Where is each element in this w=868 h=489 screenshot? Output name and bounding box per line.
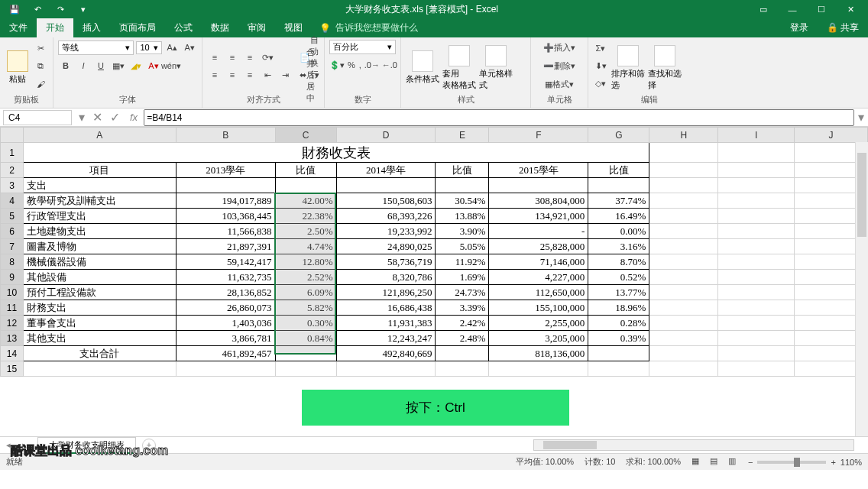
borders-icon[interactable]: ▦▾ <box>111 58 126 73</box>
view-normal-icon[interactable]: ▦ <box>691 456 699 468</box>
percent-icon[interactable]: % <box>347 57 356 73</box>
formula-bar[interactable] <box>144 109 854 126</box>
table-row[interactable]: 機械儀器設備 <box>23 254 176 270</box>
tab-review[interactable]: 审阅 <box>238 18 275 37</box>
tab-data[interactable]: 数据 <box>202 18 238 37</box>
table-row[interactable]: 預付工程設備款 <box>23 285 176 300</box>
maximize-icon[interactable]: ☐ <box>808 2 834 18</box>
align-middle-icon[interactable]: ≡ <box>225 50 240 65</box>
cut-icon[interactable]: ✂ <box>33 41 48 57</box>
cond-format-button[interactable]: 条件格式 <box>406 47 439 85</box>
indent-dec-icon[interactable]: ⇤ <box>260 67 275 83</box>
copy-icon[interactable]: ⧉ <box>33 59 48 74</box>
name-box[interactable] <box>3 110 72 125</box>
row-1[interactable]: 1 <box>1 143 24 163</box>
row-10[interactable]: 10 <box>1 285 24 300</box>
hdr-1[interactable]: 2013學年 <box>176 163 275 178</box>
zoom-knob[interactable] <box>794 458 800 467</box>
tab-home[interactable]: 开始 <box>37 18 73 37</box>
zoom-level[interactable]: 110% <box>840 458 862 467</box>
row-14[interactable]: 14 <box>1 346 24 361</box>
find-select-button[interactable]: 查找和选择 <box>648 42 682 91</box>
row-3[interactable]: 3 <box>1 178 24 193</box>
align-left-icon[interactable]: ≡ <box>207 67 222 83</box>
number-format[interactable]: 百分比▾ <box>329 40 396 54</box>
sort-filter-button[interactable]: 排序和筛选 <box>611 42 645 91</box>
row-13[interactable]: 13 <box>1 331 24 346</box>
namebox-dd-icon[interactable]: ▾ <box>75 110 89 125</box>
select-all[interactable] <box>1 128 24 143</box>
underline-button[interactable]: U <box>93 58 108 73</box>
table-row[interactable]: 圖書及博物 <box>23 239 176 254</box>
currency-icon[interactable]: 💲▾ <box>329 57 345 73</box>
indent-inc-icon[interactable]: ⇥ <box>277 67 293 83</box>
col-E[interactable]: E <box>436 128 489 143</box>
zoom-out-icon[interactable]: − <box>748 458 753 467</box>
comma-icon[interactable]: , <box>358 57 362 73</box>
format-button[interactable]: ▦格式▾ <box>544 76 575 92</box>
shrink-font-icon[interactable]: A▾ <box>182 40 197 55</box>
fill-color-icon[interactable]: ◢▾ <box>128 58 144 73</box>
col-C[interactable]: C <box>275 128 336 143</box>
insert-button[interactable]: ➕插入▾ <box>542 40 576 55</box>
col-B[interactable]: B <box>176 128 275 143</box>
vscrollbar[interactable] <box>855 142 868 436</box>
row-6[interactable]: 6 <box>1 224 24 239</box>
table-row[interactable]: 其他支出 <box>23 331 176 346</box>
hdr-2[interactable]: 比值 <box>275 163 336 178</box>
hdr-6[interactable]: 比值 <box>588 163 649 178</box>
col-D[interactable]: D <box>336 128 436 143</box>
table-row[interactable]: 其他設備 <box>23 270 176 285</box>
clear-icon[interactable]: ◇▾ <box>593 76 608 92</box>
tab-formulas[interactable]: 公式 <box>165 18 202 37</box>
view-layout-icon[interactable]: ▤ <box>710 456 717 468</box>
align-top-icon[interactable]: ≡ <box>207 50 222 65</box>
row-4[interactable]: 4 <box>1 193 24 209</box>
row-9[interactable]: 9 <box>1 270 24 285</box>
row-12[interactable]: 12 <box>1 316 24 331</box>
bold-button[interactable]: B <box>58 58 73 73</box>
tab-view[interactable]: 视图 <box>275 18 312 37</box>
login-button[interactable]: 登录 <box>781 18 818 37</box>
font-color-icon[interactable]: A▾ <box>146 58 161 73</box>
col-G[interactable]: G <box>588 128 649 143</box>
paste-button[interactable]: 粘贴 <box>5 47 30 85</box>
undo-icon[interactable]: ↶ <box>29 2 46 18</box>
hdr-3[interactable]: 2014學年 <box>336 163 436 178</box>
table-row[interactable]: 土地建物支出 <box>23 224 176 239</box>
font-size[interactable]: 10▾ <box>136 41 162 54</box>
minimize-icon[interactable]: — <box>779 2 805 18</box>
enter-icon[interactable]: ✓ <box>106 110 124 125</box>
formula-expand-icon[interactable]: ▾ <box>854 110 868 125</box>
col-I[interactable]: I <box>718 128 795 143</box>
italic-button[interactable]: I <box>76 58 91 73</box>
zoom-in-icon[interactable]: + <box>831 458 835 467</box>
tellme[interactable]: 💡告诉我您想要做什么 <box>312 18 426 37</box>
ribbon-options-icon[interactable]: ▭ <box>750 2 776 18</box>
delete-button[interactable]: ➖删除▾ <box>542 58 576 73</box>
total-label[interactable]: 支出合計 <box>23 346 176 361</box>
fill-icon[interactable]: ⬇▾ <box>593 59 608 74</box>
table-row[interactable]: 董事會支出 <box>23 316 176 331</box>
tab-insert[interactable]: 插入 <box>73 18 110 37</box>
save-icon[interactable]: 💾 <box>6 2 23 18</box>
cell-A1[interactable]: 財務收支表 <box>23 143 649 163</box>
qat-more-icon[interactable]: ▾ <box>75 2 92 18</box>
row-7[interactable]: 7 <box>1 239 24 254</box>
view-break-icon[interactable]: ▥ <box>728 456 736 468</box>
row-11[interactable]: 11 <box>1 300 24 316</box>
inc-decimal-icon[interactable]: .0→ <box>364 57 380 73</box>
table-row[interactable]: 財務支出 <box>23 300 176 316</box>
fx-icon[interactable]: fx <box>124 112 144 123</box>
share-button[interactable]: 🔒 共享 <box>818 18 868 37</box>
close-icon[interactable]: ✕ <box>837 2 863 18</box>
cell-styles-button[interactable]: 单元格样式 <box>479 42 513 91</box>
format-painter-icon[interactable]: 🖌 <box>33 76 48 92</box>
autosum-icon[interactable]: Σ▾ <box>593 41 608 57</box>
row-5[interactable]: 5 <box>1 209 24 224</box>
hscrollbar[interactable] <box>533 439 854 451</box>
col-H[interactable]: H <box>649 128 718 143</box>
phonetic-icon[interactable]: wén▾ <box>164 58 179 73</box>
tab-layout[interactable]: 页面布局 <box>110 18 165 37</box>
col-F[interactable]: F <box>489 128 588 143</box>
